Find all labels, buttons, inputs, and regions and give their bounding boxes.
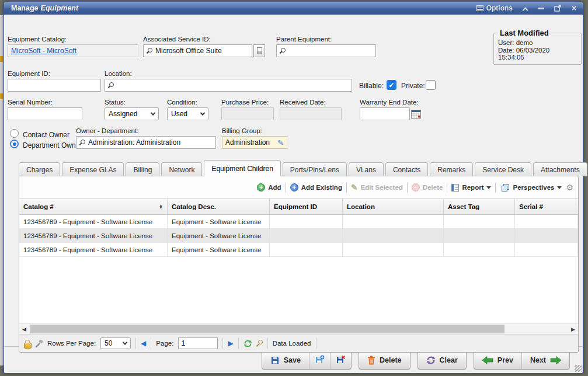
equipment-id-field[interactable] [8,79,101,92]
add-existing-button[interactable]: + Add Existing [290,183,342,192]
tab-equipment-children[interactable]: Equipment Children [204,160,280,176]
grid-header: Catalog # ▲▼ Catalog Desc. Equipment ID … [19,199,578,215]
wrench-icon[interactable] [35,340,43,347]
table-row[interactable]: 123456789 - Equipment - Software License… [19,243,578,257]
table-row[interactable]: 123456789 - Equipment - Software License… [19,215,578,229]
owner-department-field[interactable]: Administration: Administration [76,136,216,149]
calendar-button[interactable] [411,109,421,119]
column-header-serial[interactable]: Serial # [515,199,578,214]
last-modified-date: Date: 06/03/2020 15:34:05 [498,47,577,61]
service-id-details-button[interactable] [253,44,265,57]
cell-catalog-desc: Equipment - Software License [168,229,270,242]
save-button[interactable]: Save [262,351,309,369]
scrollbar-track[interactable] [29,324,568,334]
cell-equipment-id [270,243,343,256]
document-icon [257,47,262,54]
tab-expense-glas[interactable]: Expense GLAs [62,162,124,176]
condition-select[interactable]: Used [167,107,208,120]
cell-equipment-id [270,215,343,228]
delete-button[interactable]: Delete [359,351,410,369]
gear-icon[interactable]: ⚙ [566,183,573,192]
column-header-catalog[interactable]: Catalog # ▲▼ [19,199,168,214]
edit-pencil-icon[interactable]: ✎ [277,138,284,147]
horizontal-scrollbar: ◀ ▶ [19,323,578,334]
scrollbar-thumb[interactable] [30,325,505,333]
page-input[interactable] [178,337,218,349]
status-select[interactable]: Assigned [105,107,159,120]
edit-selected-button[interactable]: ✎ Edit Selected [351,183,403,192]
purchase-price-field [221,107,274,120]
cell-location [343,243,444,256]
save-and-new-button[interactable] [309,351,330,369]
dropdown-arrow-icon [486,186,491,189]
refresh-icon[interactable] [243,339,252,348]
rows-per-page-select[interactable]: 50 [100,337,131,349]
serial-number-label: Serial Number: [8,99,53,106]
resize-grip[interactable] [575,365,582,372]
footer-separator [238,338,239,349]
tab-vlans[interactable]: VLans [349,162,384,176]
search-grid-icon[interactable] [257,340,263,347]
location-field[interactable] [105,79,352,92]
chevron-down-icon [151,110,155,115]
purchase-price-label: Purchase Price: [221,99,269,106]
tab-attachments[interactable]: Attachments [533,162,587,176]
toolbar-separator [407,183,408,193]
scroll-left-arrow[interactable]: ◀ [19,324,29,334]
column-header-catalog-desc[interactable]: Catalog Desc. [168,199,270,214]
prev-button[interactable]: Prev [474,351,521,369]
equipment-catalog-link[interactable]: MicroSoft - MicroSoft [11,47,76,55]
billable-checkbox[interactable] [387,80,396,90]
arrow-right-icon [550,356,561,364]
tab-contacts[interactable]: Contacts [385,162,428,176]
background-fleck [0,93,3,99]
report-button[interactable]: Report [451,184,491,192]
tab-remarks[interactable]: Remarks [430,162,473,176]
department-owner-radio[interactable] [10,140,19,148]
close-button[interactable]: × [570,4,578,12]
private-checkbox[interactable] [426,80,436,90]
warranty-end-date-field[interactable] [360,107,410,120]
received-date-label: Received Date: [280,99,326,106]
window-title: ManageEquipment [11,4,78,12]
minimize-button[interactable] [537,4,545,12]
clear-button[interactable]: Clear [418,351,466,369]
table-row[interactable]: 123456789 - Equipment - Software License… [19,229,578,243]
column-header-equipment-id[interactable]: Equipment ID [270,199,343,214]
private-label: Private: [401,82,425,90]
billing-group-field: Administration ✎ [222,136,287,149]
next-page-arrow[interactable]: ▶ [228,339,233,347]
column-header-asset-tag[interactable]: Asset Tag [444,199,515,214]
prev-next-button-group: Prev Next [474,351,570,370]
tab-charges[interactable]: Charges [19,162,60,176]
grid-footer: Rows Per Page: 50 ◀ Page: ▶ [19,334,578,352]
tab-network[interactable]: Network [161,162,202,176]
toolbar-separator [447,183,447,193]
titlebar[interactable]: ManageEquipment Options × [4,2,583,15]
save-new-icon [315,355,325,365]
column-header-location[interactable]: Location [343,199,444,214]
lock-icon[interactable] [24,340,30,347]
collapse-button[interactable] [521,4,529,12]
parent-equipment-field[interactable] [276,44,376,57]
next-button[interactable]: Next [521,351,569,369]
tab-service-desk[interactable]: Service Desk [475,162,531,176]
tab-billing[interactable]: Billing [126,162,159,176]
scroll-right-arrow[interactable]: ▶ [568,324,578,334]
prev-page-arrow[interactable]: ◀ [141,339,146,347]
cell-catalog: 123456789 - Equipment - Software License [19,215,168,228]
save-and-close-button[interactable] [330,351,351,369]
contact-owner-radio[interactable] [10,129,19,138]
billing-group-label: Billing Group: [222,127,262,134]
perspectives-button[interactable]: Perspectives [500,184,562,192]
popout-button[interactable] [554,4,562,12]
delete-row-button[interactable]: − Delete [412,183,443,192]
save-close-icon [336,355,346,365]
equipment-id-label: Equipment ID: [8,70,50,77]
options-button[interactable]: Options [476,4,513,12]
billing-group-value: Administration [225,138,270,147]
tab-ports-pins-lens[interactable]: Ports/Pins/Lens [283,162,347,176]
serial-number-field[interactable] [8,107,82,120]
add-button[interactable]: + Add [257,183,281,192]
associated-service-id-field[interactable]: Microsoft Office Suite [143,44,252,57]
